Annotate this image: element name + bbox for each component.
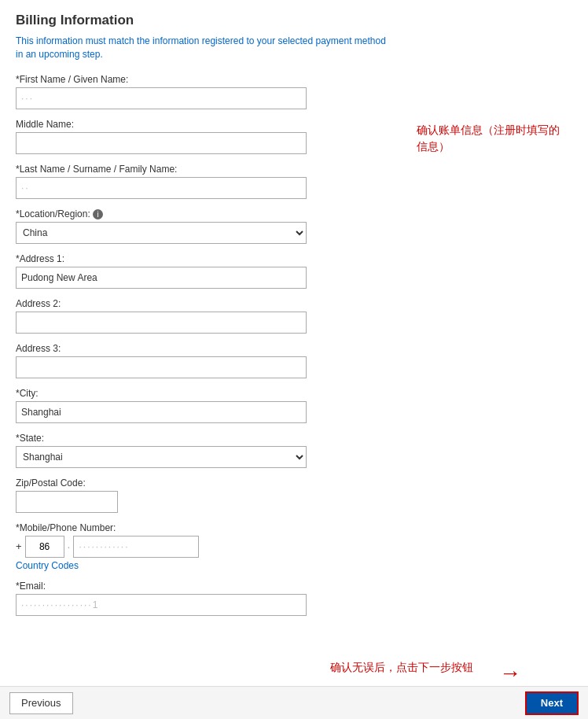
- phone-label: *Mobile/Phone Number:: [16, 522, 393, 533]
- address2-input[interactable]: [16, 312, 307, 334]
- address3-input[interactable]: [16, 356, 307, 378]
- phone-row: + ·: [16, 536, 393, 558]
- info-text: This information must match the informat…: [16, 35, 393, 61]
- phone-number-input[interactable]: [73, 536, 199, 558]
- address2-label: Address 2:: [16, 298, 393, 309]
- middle-name-group: Middle Name:: [16, 119, 393, 154]
- first-name-input[interactable]: [16, 87, 307, 109]
- footer-bar: Previous Next: [0, 686, 588, 719]
- address3-label: Address 3:: [16, 343, 393, 354]
- annotation-billing-info: 确认账单信息（注册时填写的信息）: [417, 122, 562, 155]
- last-name-label: *Last Name / Surname / Family Name:: [16, 164, 393, 175]
- address3-group: Address 3:: [16, 343, 393, 378]
- previous-button[interactable]: Previous: [9, 692, 73, 714]
- address1-label: *Address 1:: [16, 253, 393, 264]
- state-label: *State:: [16, 433, 393, 444]
- email-label: *Email:: [16, 581, 393, 592]
- phone-code-input[interactable]: [25, 536, 64, 558]
- location-info-icon[interactable]: i: [93, 209, 103, 219]
- page-title: Billing Information: [16, 13, 393, 28]
- annotation-next-step: 确认无误后，点击下一步按钮: [330, 659, 487, 676]
- phone-separator: ·: [68, 540, 71, 553]
- city-input[interactable]: [16, 401, 307, 423]
- state-group: *State: Shanghai Beijing Guangdong Zheji…: [16, 433, 393, 468]
- middle-name-input[interactable]: [16, 132, 307, 154]
- location-select[interactable]: China United States Japan Korea United K…: [16, 222, 307, 244]
- last-name-group: *Last Name / Surname / Family Name:: [16, 164, 393, 199]
- first-name-group: *First Name / Given Name:: [16, 74, 393, 109]
- zip-group: Zip/Postal Code:: [16, 477, 393, 513]
- zip-input[interactable]: [16, 491, 118, 513]
- address1-input[interactable]: [16, 267, 307, 289]
- arrow-icon: →: [499, 661, 521, 686]
- location-label: *Location/Region: i: [16, 208, 393, 219]
- city-label: *City:: [16, 388, 393, 399]
- email-group: *Email:: [16, 581, 393, 616]
- phone-plus: +: [16, 540, 22, 552]
- phone-group: *Mobile/Phone Number: + · Country Codes: [16, 522, 393, 571]
- zip-label: Zip/Postal Code:: [16, 477, 393, 489]
- state-select[interactable]: Shanghai Beijing Guangdong Zhejiang: [16, 446, 307, 468]
- last-name-input[interactable]: [16, 177, 307, 199]
- middle-name-label: Middle Name:: [16, 119, 393, 130]
- location-group: *Location/Region: i China United States …: [16, 208, 393, 244]
- city-group: *City:: [16, 388, 393, 423]
- first-name-label: *First Name / Given Name:: [16, 74, 393, 85]
- address2-group: Address 2:: [16, 298, 393, 334]
- address1-group: *Address 1:: [16, 253, 393, 289]
- email-input[interactable]: [16, 594, 307, 616]
- next-button[interactable]: Next: [525, 691, 579, 715]
- country-codes-link[interactable]: Country Codes: [16, 560, 79, 571]
